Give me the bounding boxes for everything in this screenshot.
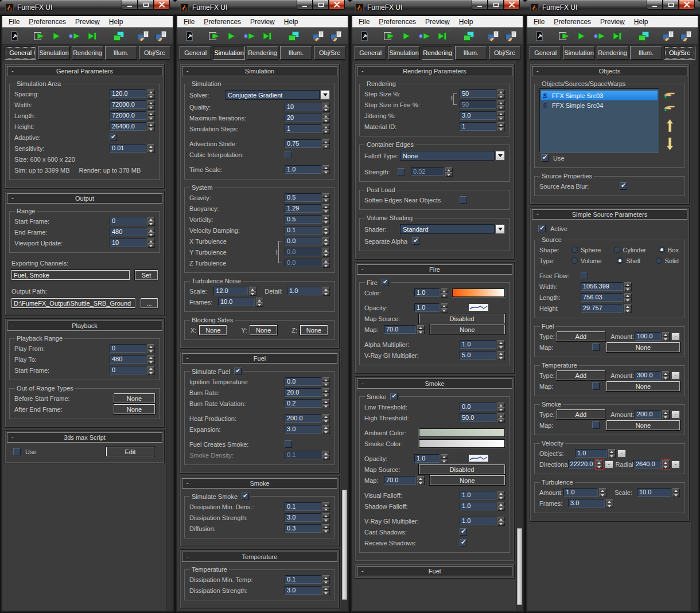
amount-spinner[interactable]: 200.0 — [635, 410, 661, 419]
minus-button[interactable] — [617, 450, 626, 458]
general-parameters-rollout-header[interactable]: General Parameters — [7, 66, 162, 76]
spinner-down-icon[interactable] — [322, 591, 330, 595]
spinner-down-icon[interactable] — [322, 291, 330, 296]
start-simulation-icon[interactable] — [207, 30, 221, 42]
minus-button[interactable] — [671, 372, 680, 380]
tab-general[interactable]: General — [180, 46, 211, 60]
length-spinner[interactable]: 72000.0 — [110, 111, 146, 120]
object-list[interactable]: SFFX Simple Src03SFFX Simple Src04 — [539, 88, 659, 153]
load-settings-icon[interactable] — [312, 30, 325, 42]
separate-alpha-checkbox[interactable] — [412, 237, 419, 245]
play-icon[interactable] — [575, 30, 589, 42]
spinner-up-icon[interactable] — [606, 499, 613, 503]
title-bar[interactable]: FumeFX UI — [175, 0, 350, 15]
map-source-button[interactable]: Disabled — [419, 314, 505, 323]
spinner-up-icon[interactable] — [147, 228, 155, 232]
spinner-down-icon[interactable] — [497, 356, 505, 360]
jittering-spinner[interactable]: 3.0 — [460, 111, 496, 120]
scale-spinner[interactable]: 10.0 — [637, 488, 671, 497]
dissipation-min-temp-spinner[interactable]: 0.1 — [285, 575, 321, 584]
menu-preferences[interactable]: Preferences — [24, 17, 71, 26]
maximize-button[interactable] — [313, 0, 329, 10]
maximum-iterations-spinner[interactable]: 20 — [285, 114, 321, 122]
tab-rendering[interactable]: Rendering — [597, 46, 628, 60]
spinner-up-icon[interactable] — [147, 122, 155, 127]
spinner-down-icon[interactable] — [662, 415, 670, 419]
tab-rendering[interactable]: Rendering — [72, 46, 103, 60]
dropdown-arrow-icon[interactable] — [495, 151, 505, 161]
list-item[interactable]: SFFX Simple Src03 — [541, 91, 658, 100]
menu-preferences[interactable]: Preferences — [549, 17, 596, 26]
spinner-up-icon[interactable] — [256, 298, 263, 302]
menu-help[interactable]: Help — [279, 17, 303, 26]
save-settings-icon[interactable] — [154, 30, 168, 42]
spinner-up-icon[interactable] — [322, 287, 330, 291]
maximize-button[interactable] — [138, 0, 154, 10]
soften-edges-near-objects-checkbox[interactable] — [460, 196, 467, 204]
spinner-down-icon[interactable] — [497, 105, 505, 110]
spinner-down-icon[interactable] — [497, 521, 505, 526]
color-spinner[interactable]: 1.0 — [414, 288, 440, 297]
menu-preferences[interactable]: Preferences — [374, 17, 421, 26]
text-field[interactable]: Fuel, Smoke — [11, 270, 130, 280]
shell-radio[interactable] — [617, 257, 623, 264]
menu-preview[interactable]: Preview — [71, 17, 104, 26]
solver-dropdown[interactable]: Conjugate Gradient — [225, 90, 320, 100]
quality-spinner[interactable]: 10 — [285, 103, 321, 111]
tab-obj-src[interactable]: Obj/Src — [139, 46, 170, 60]
title-bar[interactable]: FumeFX UI — [350, 0, 525, 15]
tab-general[interactable]: General — [355, 46, 386, 60]
add-button[interactable]: Add — [557, 409, 606, 419]
spinner-up-icon[interactable] — [147, 217, 155, 221]
spinner-down-icon[interactable] — [147, 232, 155, 237]
menu-file[interactable]: File — [529, 17, 549, 26]
spinner-up-icon[interactable] — [322, 586, 330, 591]
spinner-down-icon[interactable] — [147, 149, 155, 153]
spinner-up-icon[interactable] — [497, 122, 505, 127]
map-button[interactable]: None — [430, 475, 505, 485]
spinner-up-icon[interactable] — [417, 476, 425, 481]
simulate-to-end-icon[interactable] — [85, 30, 99, 42]
smoke-checkbox[interactable] — [390, 393, 398, 400]
cylinder-radio[interactable] — [614, 247, 620, 253]
spinner-down-icon[interactable] — [624, 309, 632, 313]
fuel-creates-smoke-checkbox[interactable] — [285, 440, 292, 448]
fire-color-gradient-swatch[interactable] — [452, 288, 505, 297]
spinner-up-icon[interactable] — [662, 371, 670, 376]
source-area-blur-checkbox[interactable] — [620, 182, 627, 190]
spinner-up-icon[interactable] — [662, 410, 670, 415]
gravity-spinner[interactable]: 0.5 — [285, 193, 321, 202]
spinner-up-icon[interactable] — [672, 488, 680, 493]
map-spinner[interactable]: 70.0 — [384, 325, 416, 334]
x-turbulence-spinner[interactable]: 0.0 — [285, 237, 321, 245]
spinner-down-icon[interactable] — [497, 116, 505, 120]
spinner-down-icon[interactable] — [322, 580, 330, 584]
preview-window-icon[interactable] — [287, 30, 301, 42]
tab-simulation[interactable]: Simulation — [563, 46, 594, 60]
minimize-button[interactable] — [122, 0, 138, 10]
resume-simulation-icon[interactable] — [67, 30, 81, 42]
dropdown-arrow-icon[interactable] — [495, 224, 505, 234]
spacing-spinner[interactable]: 120.0 — [110, 89, 146, 98]
spinner-up-icon[interactable] — [322, 451, 330, 455]
menu-preview[interactable]: Preview — [596, 17, 629, 26]
spinner-down-icon[interactable] — [322, 209, 330, 213]
start-frame-spinner[interactable]: 0 — [110, 217, 146, 225]
menu-help[interactable]: Help — [454, 17, 478, 26]
frames-spinner[interactable]: 10.0 — [218, 298, 255, 306]
spinner-up-icon[interactable] — [441, 454, 448, 459]
scrollbar-track[interactable] — [166, 61, 173, 611]
spinner-up-icon[interactable] — [624, 282, 632, 287]
simulate-fuel-checkbox[interactable] — [234, 368, 242, 375]
free-flow-checkbox[interactable] — [581, 272, 588, 279]
spinner-down-icon[interactable] — [322, 529, 330, 533]
load-settings-icon[interactable] — [487, 30, 500, 42]
low-threshold-spinner[interactable]: 0.0 — [460, 403, 496, 411]
start-frame-spinner[interactable]: 0 — [110, 366, 146, 374]
maximize-button[interactable] — [663, 0, 679, 10]
spinner-up-icon[interactable] — [147, 89, 155, 94]
fuel-rollout-header[interactable]: Fuel — [182, 353, 337, 364]
add-button[interactable]: Add — [557, 331, 606, 341]
minus-button[interactable] — [671, 411, 680, 419]
spinner-down-icon[interactable] — [147, 221, 155, 226]
